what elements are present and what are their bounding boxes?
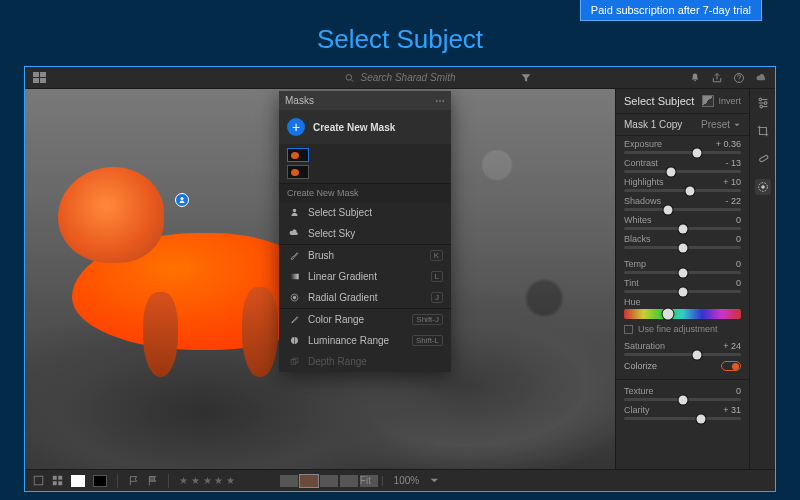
kbd-hint: Shift-L: [412, 335, 443, 346]
mask-name-row[interactable]: Mask 1 Copy Preset: [616, 114, 749, 136]
mask-item-label: Select Sky: [308, 228, 355, 239]
luminance-icon: [289, 335, 300, 346]
mask-range-luminance[interactable]: Luminance Range Shift-L: [279, 330, 451, 351]
search-input[interactable]: Search Sharad Smith: [344, 72, 455, 83]
kbd-hint: J: [431, 292, 443, 303]
preset-dropdown[interactable]: Preset: [701, 119, 741, 130]
svg-point-14: [759, 98, 762, 101]
chevron-down-icon[interactable]: [429, 475, 440, 486]
invert-icon: [702, 95, 714, 107]
slider-label: Whites: [624, 215, 652, 225]
person-icon: [289, 207, 300, 218]
flag-pick-icon[interactable]: [128, 475, 139, 486]
slider-whites[interactable]: Whites0: [616, 212, 749, 231]
svg-point-16: [764, 102, 767, 105]
thumb[interactable]: [280, 475, 298, 487]
bell-icon[interactable]: [689, 72, 701, 84]
panel-title: Select Subject: [624, 95, 694, 107]
grid-small-icon[interactable]: [52, 475, 63, 486]
slider-saturation[interactable]: Saturation+ 24: [616, 338, 749, 357]
image-canvas[interactable]: Masks + Create New Mask Create New Mask …: [25, 89, 615, 469]
slider-label: Blacks: [624, 234, 651, 244]
zoom-level[interactable]: 100%: [394, 475, 420, 486]
trial-badge: Paid subscription after 7-day trial: [580, 0, 762, 21]
tool-masking[interactable]: [755, 179, 771, 195]
colorize-toggle[interactable]: Colorize: [616, 357, 749, 375]
create-new-mask-label: Create New Mask: [313, 122, 395, 133]
slider-clarity[interactable]: Clarity+ 31: [616, 402, 749, 421]
slider-value: 0: [736, 259, 741, 269]
slider-value: + 24: [723, 341, 741, 351]
mask-item-select-sky[interactable]: Select Sky: [279, 223, 451, 244]
flag-reject-icon[interactable]: [147, 475, 158, 486]
fit-button[interactable]: Fit: [360, 475, 371, 486]
masks-popover-header[interactable]: Masks: [279, 91, 451, 110]
svg-point-18: [759, 105, 762, 108]
bottombar: ★ ★ ★ ★ ★ Fit | 100%: [25, 469, 775, 491]
app-window: Search Sharad Smith Masks: [24, 66, 776, 492]
linear-gradient-icon: [289, 271, 300, 282]
slider-label: Texture: [624, 386, 654, 396]
thumb-active[interactable]: [300, 475, 318, 487]
slider-contrast[interactable]: Contrast- 13: [616, 155, 749, 174]
slider-tint[interactable]: Tint0: [616, 275, 749, 294]
svg-rect-23: [34, 476, 43, 485]
slider-shadows[interactable]: Shadows- 22: [616, 193, 749, 212]
cloud-icon[interactable]: [755, 72, 767, 84]
masks-popover: Masks + Create New Mask Create New Mask …: [279, 91, 451, 372]
brush-icon: [289, 250, 300, 261]
mask-item-label: Depth Range: [308, 356, 367, 367]
slider-value: 0: [736, 215, 741, 225]
swatch-black[interactable]: [93, 475, 107, 487]
square-view-icon[interactable]: [33, 475, 44, 486]
mask-tool-radial-gradient[interactable]: Radial Gradient J: [279, 287, 451, 308]
swatch-white[interactable]: [71, 475, 85, 487]
thumb[interactable]: [340, 475, 358, 487]
svg-line-1: [351, 79, 353, 81]
slider-hue[interactable]: Hue: [616, 294, 749, 320]
checkbox-icon: [624, 325, 633, 334]
slider-value: 0: [736, 278, 741, 288]
mask-item-select-subject[interactable]: Select Subject: [279, 202, 451, 223]
invert-button[interactable]: Invert: [702, 95, 741, 107]
overflow-icon[interactable]: [435, 96, 445, 106]
share-icon[interactable]: [711, 72, 723, 84]
tool-edit[interactable]: [755, 95, 771, 111]
mask-item-label: Select Subject: [308, 207, 372, 218]
slider-blacks[interactable]: Blacks0: [616, 231, 749, 250]
slider-temp[interactable]: Temp0: [616, 256, 749, 275]
mask-tool-linear-gradient[interactable]: Linear Gradient L: [279, 266, 451, 287]
mask-pin-icon[interactable]: [175, 193, 189, 207]
mask-range-color[interactable]: Color Range Shift-J: [279, 309, 451, 330]
mask-thumb-1[interactable]: [287, 148, 309, 162]
mask-item-label: Color Range: [308, 314, 364, 325]
filter-icon[interactable]: [520, 72, 532, 84]
help-icon[interactable]: [733, 72, 745, 84]
mask-tool-brush[interactable]: Brush K: [279, 245, 451, 266]
toggle-switch: [721, 361, 741, 371]
fine-adjustment-checkbox[interactable]: Use fine adjustment: [616, 320, 749, 338]
search-placeholder: Search Sharad Smith: [360, 72, 455, 83]
grid-view-icon[interactable]: [33, 72, 47, 84]
slider-highlights[interactable]: Highlights+ 10: [616, 174, 749, 193]
slider-exposure[interactable]: Exposure+ 0.36: [616, 136, 749, 155]
slider-value: + 10: [723, 177, 741, 187]
mask-thumbnails: [279, 144, 451, 183]
slider-label: Exposure: [624, 139, 662, 149]
adjustments-panel: Select Subject Invert Mask 1 Copy Preset…: [615, 89, 775, 469]
mask-thumb-2[interactable]: [287, 165, 309, 179]
svg-rect-8: [290, 274, 298, 280]
thumb[interactable]: [320, 475, 338, 487]
svg-rect-20: [759, 155, 768, 162]
svg-point-0: [346, 74, 352, 80]
slider-texture[interactable]: Texture0: [616, 383, 749, 402]
create-new-mask-button[interactable]: + Create New Mask: [279, 110, 451, 144]
topbar: Search Sharad Smith: [25, 67, 775, 89]
radial-gradient-icon: [289, 292, 300, 303]
panel-header: Select Subject Invert: [616, 89, 749, 114]
sky-icon: [289, 228, 300, 239]
tool-heal[interactable]: [755, 151, 771, 167]
mask-item-label: Linear Gradient: [308, 271, 377, 282]
svg-point-3: [181, 197, 184, 200]
tool-crop[interactable]: [755, 123, 771, 139]
